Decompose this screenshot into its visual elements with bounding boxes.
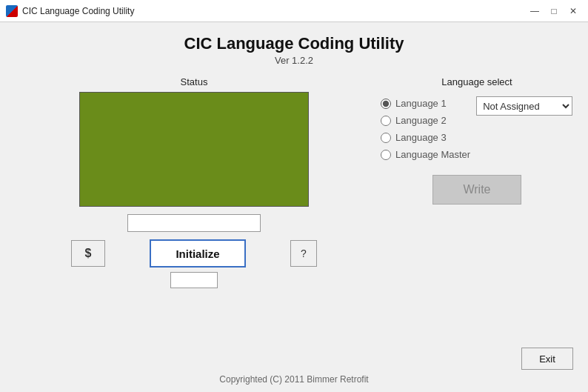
radio-label-master: Language Master [395, 149, 470, 160]
right-panel: Language select Language 1 Language 2 La… [381, 76, 573, 370]
copyright-text: Copyrighted (C) 2011 Bimmer Retrofit [15, 374, 573, 385]
radio-language-2[interactable]: Language 2 [381, 115, 470, 126]
write-button: Write [432, 175, 521, 205]
status-text-field[interactable] [127, 214, 261, 232]
dollar-button[interactable]: $ [71, 240, 105, 267]
bottom-area: Copyrighted (C) 2011 Bimmer Retrofit [15, 370, 573, 385]
content-area: Status $ Initialize ? Language select La… [15, 76, 573, 370]
question-button[interactable]: ? [290, 240, 317, 267]
status-display [79, 92, 309, 207]
dropdown-col: Not Assigned English German French Spani… [476, 96, 572, 116]
radio-label-3: Language 3 [395, 132, 447, 143]
app-title: CIC Language Coding Utility [15, 34, 573, 53]
main-window: CIC Language Coding Utility Ver 1.2.2 St… [0, 22, 588, 392]
radio-dropdown-row: Language 1 Language 2 Language 3 Languag… [381, 96, 573, 160]
left-panel: Status $ Initialize ? [15, 76, 373, 370]
radio-label-1: Language 1 [395, 98, 447, 109]
status-label: Status [181, 76, 208, 87]
title-bar: CIC Language Coding Utility — □ ✕ [0, 0, 588, 22]
title-bar-controls: — □ ✕ [526, 4, 582, 19]
minimize-button[interactable]: — [526, 4, 544, 19]
buttons-row: $ Initialize ? [15, 239, 373, 268]
language-dropdown[interactable]: Not Assigned English German French Spani… [476, 96, 572, 116]
title-bar-text: CIC Language Coding Utility [22, 6, 521, 16]
radio-group: Language 1 Language 2 Language 3 Languag… [381, 96, 470, 160]
maximize-button[interactable]: □ [545, 4, 563, 19]
radio-label-2: Language 2 [395, 115, 447, 126]
close-button[interactable]: ✕ [564, 4, 582, 19]
small-text-field[interactable] [170, 272, 218, 288]
exit-button[interactable]: Exit [521, 348, 573, 370]
radio-language-1[interactable]: Language 1 [381, 98, 470, 109]
app-version: Ver 1.2.2 [15, 55, 573, 66]
initialize-button[interactable]: Initialize [150, 239, 246, 268]
radio-language-3[interactable]: Language 3 [381, 132, 470, 143]
radio-language-master[interactable]: Language Master [381, 149, 470, 160]
language-select-label: Language select [381, 76, 573, 87]
app-icon [6, 5, 18, 17]
